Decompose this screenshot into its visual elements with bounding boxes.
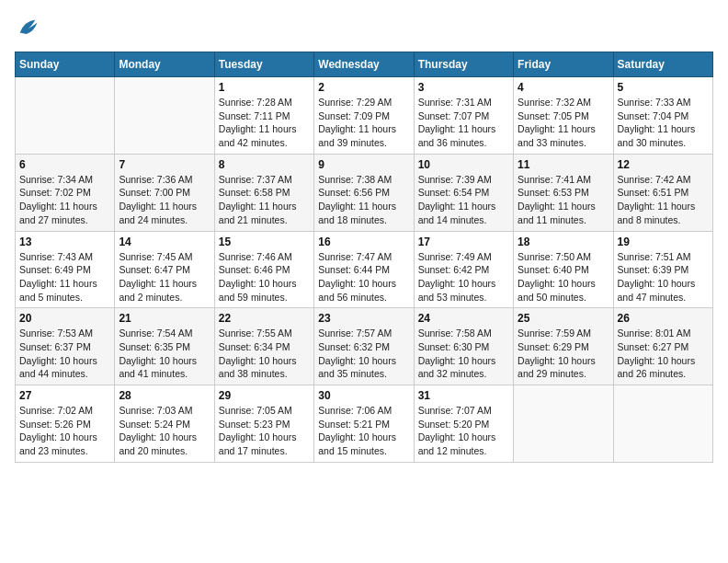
day-info: Sunrise: 7:37 AM Sunset: 6:58 PM Dayligh… xyxy=(219,173,310,227)
day-info: Sunrise: 7:47 AM Sunset: 6:44 PM Dayligh… xyxy=(318,250,409,304)
calendar-cell: 23Sunrise: 7:57 AM Sunset: 6:32 PM Dayli… xyxy=(314,308,414,385)
day-header-sunday: Sunday xyxy=(16,52,115,77)
day-info: Sunrise: 7:31 AM Sunset: 7:07 PM Dayligh… xyxy=(418,96,509,150)
day-number: 20 xyxy=(19,312,110,325)
day-header-tuesday: Tuesday xyxy=(214,52,313,77)
day-info: Sunrise: 7:51 AM Sunset: 6:39 PM Dayligh… xyxy=(618,250,709,304)
day-info: Sunrise: 7:53 AM Sunset: 6:37 PM Dayligh… xyxy=(19,327,110,381)
day-header-saturday: Saturday xyxy=(613,52,712,77)
calendar-cell: 31Sunrise: 7:07 AM Sunset: 5:20 PM Dayli… xyxy=(414,385,513,463)
day-number: 17 xyxy=(418,236,509,248)
day-number: 3 xyxy=(418,81,509,94)
day-number: 27 xyxy=(19,389,110,402)
day-info: Sunrise: 7:42 AM Sunset: 6:51 PM Dayligh… xyxy=(618,173,709,227)
day-number: 8 xyxy=(219,158,310,171)
day-header-monday: Monday xyxy=(115,52,214,77)
calendar-cell: 14Sunrise: 7:45 AM Sunset: 6:47 PM Dayli… xyxy=(115,231,214,308)
day-number: 16 xyxy=(318,236,409,248)
calendar-table: SundayMondayTuesdayWednesdayThursdayFrid… xyxy=(15,52,713,463)
calendar-cell: 3Sunrise: 7:31 AM Sunset: 7:07 PM Daylig… xyxy=(414,77,513,155)
calendar-cell: 20Sunrise: 7:53 AM Sunset: 6:37 PM Dayli… xyxy=(16,308,115,385)
day-info: Sunrise: 7:39 AM Sunset: 6:54 PM Dayligh… xyxy=(418,173,509,227)
day-info: Sunrise: 7:50 AM Sunset: 6:40 PM Dayligh… xyxy=(518,250,609,304)
day-info: Sunrise: 7:55 AM Sunset: 6:34 PM Dayligh… xyxy=(219,327,310,381)
day-number: 7 xyxy=(119,158,210,171)
calendar-cell: 12Sunrise: 7:42 AM Sunset: 6:51 PM Dayli… xyxy=(613,154,712,231)
calendar-cell: 5Sunrise: 7:33 AM Sunset: 7:04 PM Daylig… xyxy=(613,77,712,155)
day-number: 6 xyxy=(19,158,110,171)
day-info: Sunrise: 7:41 AM Sunset: 6:53 PM Dayligh… xyxy=(518,173,609,227)
page-header xyxy=(15,15,713,40)
calendar-cell: 10Sunrise: 7:39 AM Sunset: 6:54 PM Dayli… xyxy=(414,154,513,231)
calendar-week-row: 20Sunrise: 7:53 AM Sunset: 6:37 PM Dayli… xyxy=(16,308,713,385)
calendar-cell xyxy=(613,385,712,463)
day-number: 2 xyxy=(318,81,409,94)
day-number: 19 xyxy=(618,236,709,248)
calendar-cell: 24Sunrise: 7:58 AM Sunset: 6:30 PM Dayli… xyxy=(414,308,513,385)
day-info: Sunrise: 7:02 AM Sunset: 5:26 PM Dayligh… xyxy=(19,404,110,458)
day-number: 21 xyxy=(119,312,210,325)
day-info: Sunrise: 7:38 AM Sunset: 6:56 PM Dayligh… xyxy=(318,173,409,227)
calendar-cell: 22Sunrise: 7:55 AM Sunset: 6:34 PM Dayli… xyxy=(214,308,313,385)
day-number: 12 xyxy=(618,158,709,171)
day-info: Sunrise: 7:03 AM Sunset: 5:24 PM Dayligh… xyxy=(119,404,210,458)
calendar-cell: 8Sunrise: 7:37 AM Sunset: 6:58 PM Daylig… xyxy=(214,154,313,231)
day-info: Sunrise: 7:49 AM Sunset: 6:42 PM Dayligh… xyxy=(418,250,509,304)
day-number: 10 xyxy=(418,158,509,171)
calendar-cell: 30Sunrise: 7:06 AM Sunset: 5:21 PM Dayli… xyxy=(314,385,414,463)
day-header-thursday: Thursday xyxy=(414,52,513,77)
logo xyxy=(15,15,44,40)
day-number: 31 xyxy=(418,389,509,402)
day-info: Sunrise: 7:54 AM Sunset: 6:35 PM Dayligh… xyxy=(119,327,210,381)
calendar-cell: 2Sunrise: 7:29 AM Sunset: 7:09 PM Daylig… xyxy=(314,77,414,155)
day-number: 26 xyxy=(618,312,709,325)
day-info: Sunrise: 8:01 AM Sunset: 6:27 PM Dayligh… xyxy=(618,327,709,381)
day-info: Sunrise: 7:32 AM Sunset: 7:05 PM Dayligh… xyxy=(518,96,609,150)
calendar-cell: 13Sunrise: 7:43 AM Sunset: 6:49 PM Dayli… xyxy=(16,231,115,308)
calendar-cell: 29Sunrise: 7:05 AM Sunset: 5:23 PM Dayli… xyxy=(214,385,313,463)
day-number: 30 xyxy=(318,389,409,402)
day-number: 28 xyxy=(119,389,210,402)
day-number: 15 xyxy=(219,236,310,248)
day-header-wednesday: Wednesday xyxy=(314,52,414,77)
day-number: 22 xyxy=(219,312,310,325)
day-number: 24 xyxy=(418,312,509,325)
calendar-week-row: 6Sunrise: 7:34 AM Sunset: 7:02 PM Daylig… xyxy=(16,154,713,231)
day-info: Sunrise: 7:06 AM Sunset: 5:21 PM Dayligh… xyxy=(318,404,409,458)
calendar-cell: 26Sunrise: 8:01 AM Sunset: 6:27 PM Dayli… xyxy=(613,308,712,385)
calendar-week-row: 13Sunrise: 7:43 AM Sunset: 6:49 PM Dayli… xyxy=(16,231,713,308)
day-info: Sunrise: 7:28 AM Sunset: 7:11 PM Dayligh… xyxy=(219,96,310,150)
day-info: Sunrise: 7:57 AM Sunset: 6:32 PM Dayligh… xyxy=(318,327,409,381)
day-info: Sunrise: 7:36 AM Sunset: 7:00 PM Dayligh… xyxy=(119,173,210,227)
calendar-cell: 4Sunrise: 7:32 AM Sunset: 7:05 PM Daylig… xyxy=(514,77,613,155)
calendar-header-row: SundayMondayTuesdayWednesdayThursdayFrid… xyxy=(16,52,713,77)
calendar-cell: 18Sunrise: 7:50 AM Sunset: 6:40 PM Dayli… xyxy=(514,231,613,308)
day-info: Sunrise: 7:07 AM Sunset: 5:20 PM Dayligh… xyxy=(418,404,509,458)
calendar-cell: 16Sunrise: 7:47 AM Sunset: 6:44 PM Dayli… xyxy=(314,231,414,308)
day-number: 13 xyxy=(19,236,110,248)
day-info: Sunrise: 7:05 AM Sunset: 5:23 PM Dayligh… xyxy=(219,404,310,458)
day-number: 4 xyxy=(518,81,609,94)
calendar-cell: 7Sunrise: 7:36 AM Sunset: 7:00 PM Daylig… xyxy=(115,154,214,231)
day-number: 9 xyxy=(318,158,409,171)
calendar-cell: 17Sunrise: 7:49 AM Sunset: 6:42 PM Dayli… xyxy=(414,231,513,308)
day-number: 18 xyxy=(518,236,609,248)
day-number: 11 xyxy=(518,158,609,171)
day-info: Sunrise: 7:59 AM Sunset: 6:29 PM Dayligh… xyxy=(518,327,609,381)
day-info: Sunrise: 7:43 AM Sunset: 6:49 PM Dayligh… xyxy=(19,250,110,304)
day-number: 23 xyxy=(318,312,409,325)
day-number: 1 xyxy=(219,81,310,94)
day-info: Sunrise: 7:45 AM Sunset: 6:47 PM Dayligh… xyxy=(119,250,210,304)
calendar-cell: 9Sunrise: 7:38 AM Sunset: 6:56 PM Daylig… xyxy=(314,154,414,231)
calendar-cell: 27Sunrise: 7:02 AM Sunset: 5:26 PM Dayli… xyxy=(16,385,115,463)
calendar-cell: 25Sunrise: 7:59 AM Sunset: 6:29 PM Dayli… xyxy=(514,308,613,385)
calendar-cell: 1Sunrise: 7:28 AM Sunset: 7:11 PM Daylig… xyxy=(214,77,313,155)
day-number: 14 xyxy=(119,236,210,248)
day-info: Sunrise: 7:46 AM Sunset: 6:46 PM Dayligh… xyxy=(219,250,310,304)
logo-icon xyxy=(15,15,40,40)
day-info: Sunrise: 7:29 AM Sunset: 7:09 PM Dayligh… xyxy=(318,96,409,150)
day-info: Sunrise: 7:58 AM Sunset: 6:30 PM Dayligh… xyxy=(418,327,509,381)
day-info: Sunrise: 7:34 AM Sunset: 7:02 PM Dayligh… xyxy=(19,173,110,227)
day-number: 25 xyxy=(518,312,609,325)
day-number: 5 xyxy=(618,81,709,94)
